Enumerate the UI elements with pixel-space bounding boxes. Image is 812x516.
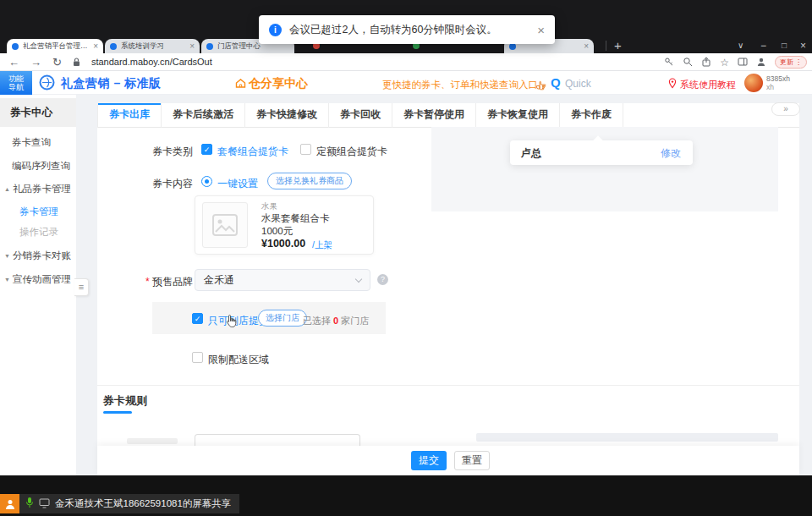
checkbox-package-card[interactable]: ✓ xyxy=(201,144,212,155)
checkbox-store-pickup[interactable]: ✓ xyxy=(192,313,203,324)
tab-followup-activation[interactable]: 券卡后续激活 xyxy=(162,103,245,128)
tab-divider xyxy=(606,41,606,51)
approver-popup: 卢总 修改 xyxy=(510,140,693,165)
brand-select-value: 金禾通 xyxy=(204,274,234,286)
one-click-label[interactable]: 一键设置 xyxy=(217,177,258,191)
brand-label: * 预售品牌 xyxy=(110,275,193,289)
user-avatar[interactable] xyxy=(744,74,763,92)
product-spec: 1000元 xyxy=(261,225,293,238)
checkbox-fixed-amount-card[interactable] xyxy=(300,144,311,155)
tab-card-void[interactable]: 券卡作废 xyxy=(560,103,623,128)
product-status[interactable]: /上架 xyxy=(312,239,332,251)
sidebar-item-distribution[interactable]: ▼分销券卡对账 xyxy=(0,250,76,262)
panel-collapse-button[interactable]: » xyxy=(771,102,800,116)
window-restore-menu-icon[interactable]: ∨ xyxy=(738,41,743,50)
user-id: 8385xh xyxy=(766,74,790,83)
address-bar[interactable]: standard.maboy.cn/CardsOut xyxy=(91,53,212,71)
favicon-icon xyxy=(110,43,117,50)
screen-share-text: 金禾通技术王斌18662591081的屏幕共享 xyxy=(55,497,231,510)
delivery-label[interactable]: 限制配送区域 xyxy=(208,353,269,367)
selected-store-count: 已选择 0 家门店 xyxy=(303,315,369,327)
tab-title: 礼盒营销平台管理中心 xyxy=(23,41,90,52)
triangle-up-icon: ▲ xyxy=(4,186,10,192)
close-window-button[interactable]: × xyxy=(800,40,806,52)
share-avatar xyxy=(0,494,19,513)
chevron-down-icon xyxy=(355,276,362,283)
required-mark: * xyxy=(145,276,150,288)
key-icon[interactable] xyxy=(664,55,674,70)
tab-close-icon[interactable]: × xyxy=(189,41,195,51)
favicon-icon xyxy=(12,43,19,50)
lock-icon[interactable] xyxy=(73,55,80,70)
submit-button[interactable]: 提交 xyxy=(411,451,447,470)
share-icon[interactable] xyxy=(701,55,711,70)
sidebar-title: 券卡中心 xyxy=(0,98,76,127)
triangle-down-icon: ▼ xyxy=(4,253,10,259)
update-button[interactable]: 更新 ⋮ xyxy=(775,56,807,69)
maximize-button[interactable]: □ xyxy=(782,41,787,50)
select-goods-button[interactable]: 选择兑换礼券商品 xyxy=(267,173,352,189)
reload-button[interactable]: ↻ xyxy=(52,53,62,71)
location-pin-icon xyxy=(668,77,677,92)
banner-close-icon[interactable]: × xyxy=(537,23,545,37)
tab-card-recycle[interactable]: 券卡回收 xyxy=(329,103,392,128)
product-name: 水果套餐组合卡 xyxy=(261,212,330,225)
tab-close-icon[interactable]: × xyxy=(584,41,589,51)
quick-search-label[interactable]: Quick xyxy=(565,78,591,90)
screen-share-icon xyxy=(39,497,50,512)
tab-resume-use[interactable]: 券卡恢复使用 xyxy=(476,103,560,128)
card-type-label: 券卡类别 xyxy=(110,145,193,159)
select-store-button[interactable]: 选择门店 xyxy=(258,310,307,327)
profile-icon[interactable] xyxy=(756,55,766,70)
sidebar-item-card-management[interactable]: 券卡管理 xyxy=(0,206,76,218)
reset-button[interactable]: 重置 xyxy=(454,451,490,470)
checkbox-delivery-restriction[interactable] xyxy=(192,352,203,363)
brand-title: 礼盒营销 – 标准版 xyxy=(61,76,162,91)
approver-name: 卢总 xyxy=(521,146,541,161)
screen: 礼盒营销平台管理中心 × 系统培训学习 × 门店管理中心 × + ∨ − □ ×… xyxy=(0,0,812,516)
card-type-option1-label[interactable]: 套餐组合提货卡 xyxy=(217,145,288,159)
product-card: 水果 水果套餐组合卡 1000元 ¥1000.00 /上架 xyxy=(195,195,374,255)
browser-tab-gift-platform[interactable]: 礼盒营销平台管理中心 × xyxy=(7,39,103,53)
microphone-icon xyxy=(25,497,34,512)
menu-dots-icon[interactable]: ⋮ xyxy=(795,58,802,66)
radio-one-click[interactable] xyxy=(201,176,212,187)
tab-card-outbound[interactable]: 券卡出库 xyxy=(97,103,162,128)
bookmark-star-icon[interactable]: ☆ xyxy=(720,57,729,69)
card-type-option2-label[interactable]: 定额组合提货卡 xyxy=(316,145,387,159)
modify-link[interactable]: 修改 xyxy=(661,146,681,161)
back-button[interactable]: ← xyxy=(8,53,19,71)
promo-text: 更快捷的券卡、订单和快递查询入口 xyxy=(382,79,538,91)
forward-button[interactable]: → xyxy=(30,53,41,71)
sidebar-item-operation-log[interactable]: 操作记录 xyxy=(0,226,76,239)
sidebar-item-code-sequence[interactable]: 编码序列查询 xyxy=(0,160,76,173)
app-logo xyxy=(39,74,55,94)
user-name: xh xyxy=(766,83,774,91)
tab-quick-modify[interactable]: 券卡快捷修改 xyxy=(245,103,329,128)
tab-close-icon[interactable]: × xyxy=(93,41,98,51)
meeting-banner: i 会议已超过2人，自动转为60分钟限时会议。 × xyxy=(259,15,555,44)
browser-toolbar: ← → ↻ standard.maboy.cn/CardsOut ☆ 更新 ⋮ xyxy=(0,53,812,71)
zoom-icon[interactable] xyxy=(683,55,693,70)
clipped-row-stub xyxy=(476,433,778,442)
quick-search-icon[interactable]: Q xyxy=(551,75,561,90)
new-tab-button[interactable]: + xyxy=(614,38,622,52)
minimize-button[interactable]: − xyxy=(760,40,766,52)
brand-select[interactable]: 金禾通 xyxy=(195,269,370,291)
sidebar-item-animation[interactable]: ▼宣传动画管理 xyxy=(0,273,76,286)
share-center-link[interactable]: 仓分享中心 xyxy=(249,76,308,91)
clipped-input-stub[interactable] xyxy=(195,434,360,446)
sidebar-item-gift-card-mgmt[interactable]: ▲礼品券卡管理 xyxy=(0,183,76,195)
nav-toggle-button[interactable]: 功能 导航 xyxy=(0,71,32,95)
tutorial-link[interactable]: 系统使用教程 xyxy=(680,79,736,91)
card-content-label: 券卡内容 xyxy=(110,177,193,191)
browser-tab-training[interactable]: 系统培训学习 × xyxy=(105,39,200,53)
tab-title: 系统培训学习 xyxy=(121,41,186,52)
house-icon xyxy=(235,77,246,92)
tab-suspend-use[interactable]: 券卡暂停使用 xyxy=(392,103,476,128)
product-category: 水果 xyxy=(261,201,277,212)
help-icon[interactable]: ? xyxy=(377,274,388,285)
sidebar-collapse-handle[interactable]: ≡ xyxy=(74,278,89,296)
side-panel-icon[interactable] xyxy=(738,55,748,70)
sidebar-item-card-query[interactable]: 券卡查询 xyxy=(0,136,76,149)
